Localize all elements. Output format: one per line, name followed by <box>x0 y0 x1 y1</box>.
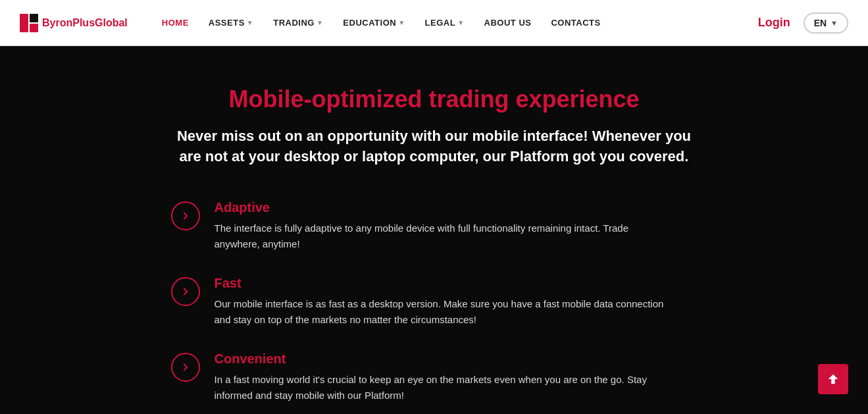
language-label: EN <box>814 18 827 28</box>
fast-description: Our mobile interface is as fast as a des… <box>215 296 675 328</box>
logo-text: ByronPlusGlobal <box>42 17 128 29</box>
scroll-up-icon <box>826 372 840 386</box>
chevron-down-icon: ▼ <box>398 19 405 26</box>
convenient-icon <box>171 353 200 382</box>
nav-item-assets[interactable]: ASSETS ▼ <box>201 13 261 33</box>
adaptive-description: The interface is fully adaptive to any m… <box>215 220 675 252</box>
login-button[interactable]: Login <box>758 16 790 30</box>
scroll-to-top-button[interactable] <box>818 364 848 394</box>
nav-item-education[interactable]: EDUCATION ▼ <box>335 13 413 33</box>
adaptive-icon <box>171 201 200 230</box>
fast-text: Fast Our mobile interface is as fast as … <box>215 276 675 328</box>
svg-rect-0 <box>20 14 28 32</box>
nav-item-home[interactable]: HOME <box>154 13 197 33</box>
nav-right: Login EN ▼ <box>758 13 848 34</box>
nav-item-about[interactable]: ABOUT US <box>476 13 540 33</box>
logo-icon <box>20 14 38 32</box>
convenient-text: Convenient In a fast moving world it's c… <box>215 351 675 403</box>
navbar: ByronPlusGlobal HOME ASSETS ▼ TRADING ▼ … <box>0 0 868 46</box>
language-selector[interactable]: EN ▼ <box>804 13 848 34</box>
hero-title: Mobile-optimized trading experience <box>20 86 848 113</box>
chevron-down-icon: ▼ <box>247 19 253 26</box>
logo[interactable]: ByronPlusGlobal <box>20 14 128 32</box>
chevron-down-icon: ▼ <box>830 19 838 27</box>
convenient-description: In a fast moving world it's crucial to k… <box>215 372 675 403</box>
adaptive-title: Adaptive <box>215 200 675 215</box>
svg-rect-2 <box>30 24 38 32</box>
convenient-title: Convenient <box>215 351 675 367</box>
nav-links: HOME ASSETS ▼ TRADING ▼ EDUCATION ▼ LEGA… <box>154 13 758 33</box>
nav-item-legal[interactable]: LEGAL ▼ <box>417 13 472 33</box>
chevron-down-icon: ▼ <box>317 19 323 26</box>
feature-convenient: Convenient In a fast moving world it's c… <box>171 351 698 403</box>
feature-fast: Fast Our mobile interface is as fast as … <box>171 276 698 328</box>
fast-title: Fast <box>215 276 675 291</box>
fast-icon <box>171 277 200 306</box>
nav-item-contacts[interactable]: CONTACTS <box>543 13 608 33</box>
features-list: Adaptive The interface is fully adaptive… <box>171 200 698 403</box>
svg-rect-1 <box>30 14 38 22</box>
nav-item-trading[interactable]: TRADING ▼ <box>265 13 331 33</box>
main-content: Mobile-optimized trading experience Neve… <box>0 46 868 414</box>
hero-subtitle: Never miss out on an opportunity with ou… <box>171 126 698 167</box>
feature-adaptive: Adaptive The interface is fully adaptive… <box>171 200 698 252</box>
adaptive-text: Adaptive The interface is fully adaptive… <box>215 200 675 252</box>
chevron-down-icon: ▼ <box>457 19 464 26</box>
